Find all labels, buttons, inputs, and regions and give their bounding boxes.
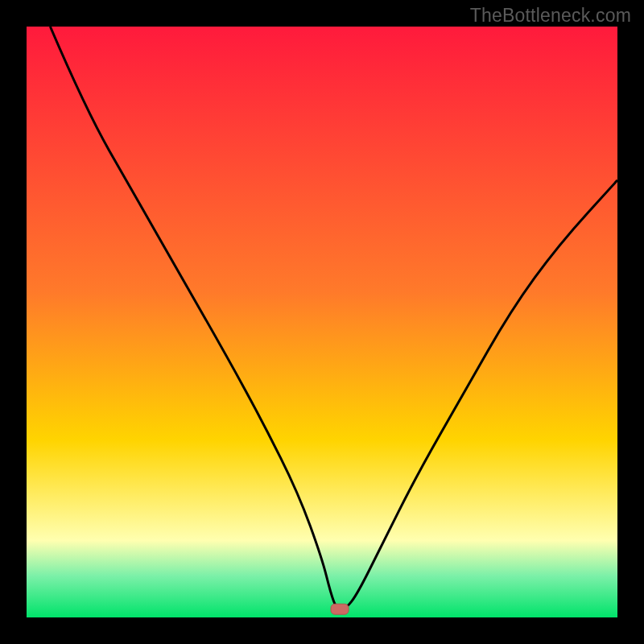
gradient-background xyxy=(27,27,617,617)
optimal-point-marker xyxy=(331,604,349,614)
chart-frame: TheBottleneck.com xyxy=(0,0,644,644)
watermark-text: TheBottleneck.com xyxy=(470,5,631,27)
plot-area xyxy=(27,27,617,617)
plot-svg xyxy=(27,27,617,617)
